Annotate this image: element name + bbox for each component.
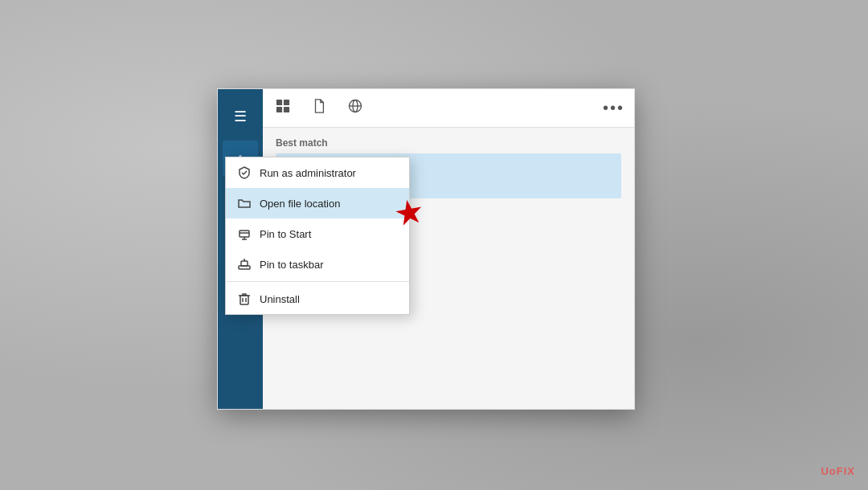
watermark: UoFIX xyxy=(821,465,855,477)
uninstall-item[interactable]: Uninstall xyxy=(226,284,409,314)
svg-rect-15 xyxy=(240,231,249,237)
svg-rect-4 xyxy=(284,107,289,112)
watermark-text: U xyxy=(821,465,829,477)
pin-to-taskbar-item[interactable]: Pin to taskbar xyxy=(226,249,409,280)
more-options-button[interactable]: ••• xyxy=(603,99,624,117)
hamburger-menu-button[interactable]: ☰ xyxy=(223,99,258,134)
pin-to-start-label: Pin to Start xyxy=(260,228,311,240)
open-file-location-item[interactable]: Open file location xyxy=(226,188,409,218)
hamburger-icon: ☰ xyxy=(234,108,247,125)
watermark-suffix: FIX xyxy=(837,465,855,477)
trash-icon xyxy=(237,292,252,306)
context-menu: Run as administrator Open file location … xyxy=(225,157,410,315)
uninstall-label: Uninstall xyxy=(260,293,300,305)
run-as-administrator-item[interactable]: Run as administrator xyxy=(226,157,409,188)
watermark-highlight: o xyxy=(829,465,837,477)
app-list-icon[interactable] xyxy=(272,96,293,120)
toolbar: ••• xyxy=(263,89,634,128)
svg-rect-3 xyxy=(284,100,289,105)
folder-icon xyxy=(237,196,252,210)
svg-rect-22 xyxy=(240,296,248,304)
svg-rect-20 xyxy=(241,261,248,266)
svg-rect-1 xyxy=(276,100,282,105)
open-file-location-label: Open file location xyxy=(260,198,340,210)
document-icon[interactable] xyxy=(309,96,329,120)
pin-to-start-item[interactable]: Pin to Start xyxy=(226,218,409,249)
pin-start-icon xyxy=(237,227,252,241)
globe-icon[interactable] xyxy=(345,96,366,120)
svg-rect-2 xyxy=(276,107,282,112)
pin-to-taskbar-label: Pin to taskbar xyxy=(260,259,324,271)
best-match-label: Best match xyxy=(276,137,621,149)
pin-taskbar-icon xyxy=(237,257,252,272)
run-as-administrator-label: Run as administrator xyxy=(260,167,356,179)
shield-icon xyxy=(237,165,252,180)
separator xyxy=(226,281,409,282)
